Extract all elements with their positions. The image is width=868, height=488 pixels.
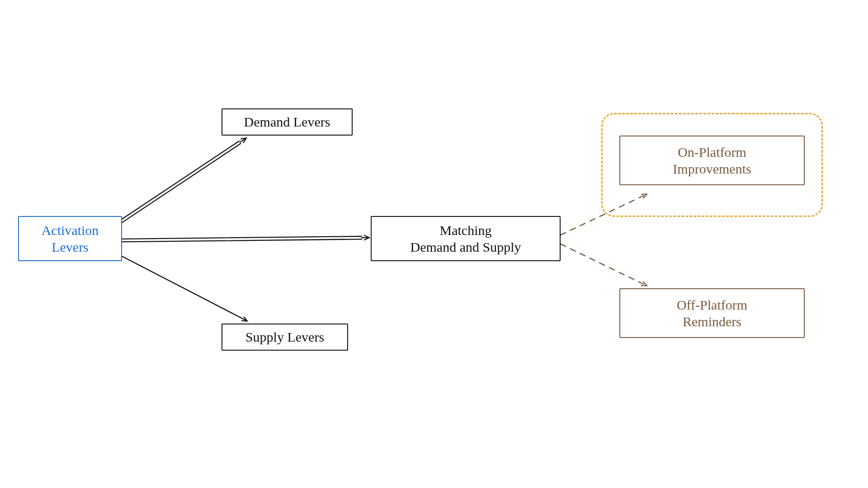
svg-line-8 xyxy=(561,244,646,286)
node-off-platform: Off-Platform Reminders xyxy=(619,288,805,338)
arrow-toOff xyxy=(561,244,646,286)
svg-line-6 xyxy=(116,253,247,321)
node-on-platform: On-Platform Improvements xyxy=(619,136,805,185)
svg-line-1 xyxy=(115,141,239,224)
node-demand-levers: Demand Levers xyxy=(222,108,353,136)
svg-line-4 xyxy=(122,236,362,239)
svg-line-0 xyxy=(117,144,241,226)
node-matching: Matching Demand and Supply xyxy=(371,216,561,261)
arrow-toDemand xyxy=(115,138,246,226)
node-supply-levers: Supply Levers xyxy=(222,324,348,351)
node-activation-levers: Activation Levers xyxy=(18,216,122,261)
diagram-canvas: Activation Levers Demand Levers Supply L… xyxy=(0,0,868,488)
arrow-toMatching xyxy=(122,236,369,242)
arrow-toSupply xyxy=(116,253,247,321)
svg-line-2 xyxy=(240,138,246,142)
svg-line-3 xyxy=(122,239,362,242)
